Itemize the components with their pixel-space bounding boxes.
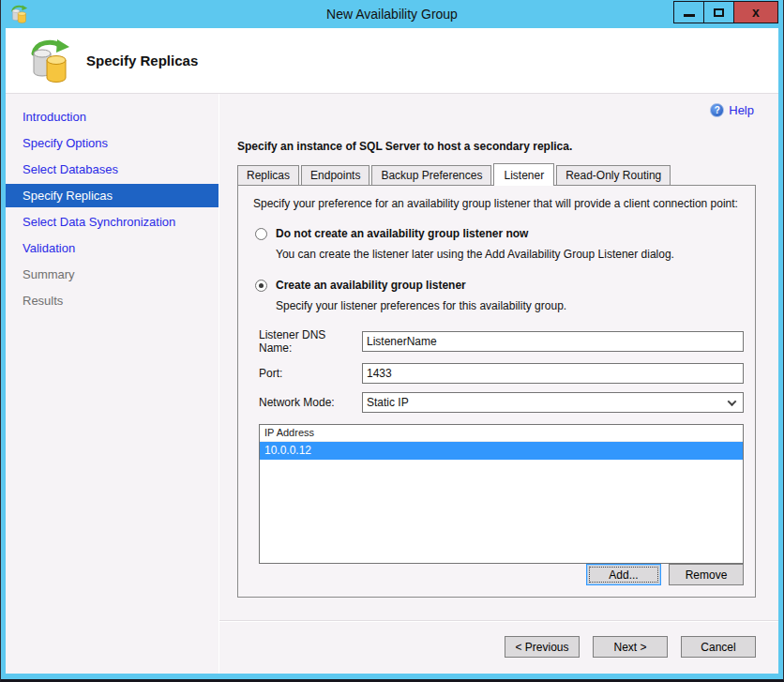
ip-address-list[interactable]: IP Address 10.0.0.12: [259, 424, 744, 564]
cancel-button[interactable]: Cancel: [681, 636, 756, 658]
ip-address-row[interactable]: 10.0.0.12: [260, 442, 743, 460]
page-title: Specify Replicas: [86, 53, 198, 68]
tab-endpoints[interactable]: Endpoints: [301, 165, 369, 185]
port-input[interactable]: [362, 363, 744, 384]
sidebar-item-specify-options[interactable]: Specify Options: [6, 131, 219, 155]
ip-address-column-header[interactable]: IP Address: [260, 425, 743, 442]
option-no-listener-label: Do not create an availability group list…: [276, 227, 528, 240]
help-link[interactable]: Help: [729, 103, 754, 117]
help-icon: ?: [710, 103, 724, 117]
sidebar-item-results: Results: [6, 289, 219, 312]
tab-replicas[interactable]: Replicas: [237, 165, 299, 185]
option-create-listener-description: Specify your listener preferences for th…: [276, 299, 744, 312]
next-button[interactable]: Next >: [593, 636, 668, 658]
previous-button[interactable]: < Previous: [505, 636, 580, 658]
network-mode-label: Network Mode:: [259, 396, 362, 409]
tab-listener[interactable]: Listener: [493, 163, 554, 186]
page-banner: Specify Replicas: [6, 28, 778, 94]
replica-tabs: Replicas Endpoints Backup Preferences Li…: [237, 163, 756, 185]
option-create-listener-label: Create an availability group listener: [276, 279, 466, 292]
close-icon: x: [752, 5, 760, 20]
listener-tab-panel: Specify your preference for an availabil…: [237, 185, 756, 598]
tab-read-only-routing[interactable]: Read-Only Routing: [556, 165, 671, 185]
maximize-button[interactable]: [703, 1, 734, 23]
network-mode-row: Network Mode: Static IP: [259, 392, 744, 413]
close-button[interactable]: x: [733, 1, 778, 23]
dialog-surface: Specify Replicas Introduction Specify Op…: [6, 28, 778, 674]
help-area: ? Help: [219, 94, 778, 117]
dns-name-label: Listener DNS Name:: [259, 328, 362, 355]
radio-no-listener[interactable]: [255, 228, 267, 240]
dns-name-input[interactable]: [362, 331, 744, 352]
minimize-button[interactable]: [673, 1, 704, 23]
window-title: New Availability Group: [6, 7, 778, 22]
title-bar[interactable]: New Availability Group x: [6, 0, 778, 28]
wizard-window: New Availability Group x Specify Replica…: [0, 0, 784, 682]
minimize-icon: [684, 14, 695, 17]
port-label: Port:: [259, 367, 362, 380]
page-instruction: Specify an instance of SQL Server to hos…: [237, 140, 756, 153]
sidebar-item-select-databases[interactable]: Select Databases: [6, 158, 219, 181]
tab-backup-preferences[interactable]: Backup Preferences: [371, 165, 491, 185]
remove-button[interactable]: Remove: [669, 564, 744, 585]
option-create-listener[interactable]: Create an availability group listener: [255, 279, 744, 292]
add-button[interactable]: Add...: [586, 564, 661, 585]
network-mode-dropdown[interactable]: Static IP: [362, 392, 744, 413]
sidebar-item-validation[interactable]: Validation: [6, 236, 219, 260]
dns-name-row: Listener DNS Name:: [259, 328, 744, 355]
port-row: Port:: [259, 363, 744, 384]
wizard-steps-sidebar: Introduction Specify Options Select Data…: [6, 94, 219, 674]
listener-intro-text: Specify your preference for an availabil…: [253, 197, 744, 210]
radio-create-listener[interactable]: [255, 280, 267, 292]
chevron-down-icon: [728, 397, 737, 406]
option-no-listener-description: You can create the listener later using …: [276, 248, 744, 261]
replicas-database-icon: [26, 38, 71, 83]
wizard-footer: < Previous Next > Cancel: [219, 621, 778, 674]
sidebar-item-specify-replicas[interactable]: Specify Replicas: [6, 184, 219, 207]
window-controls: x: [674, 1, 778, 23]
sidebar-item-summary: Summary: [6, 263, 219, 286]
app-icon: [9, 5, 28, 23]
sidebar-item-introduction[interactable]: Introduction: [6, 105, 219, 129]
network-mode-value: Static IP: [367, 396, 409, 409]
sidebar-item-select-data-synchronization[interactable]: Select Data Synchronization: [6, 210, 219, 234]
maximize-icon: [714, 8, 724, 17]
option-no-listener[interactable]: Do not create an availability group list…: [255, 227, 744, 240]
ip-list-actions: Add... Remove: [249, 564, 744, 585]
